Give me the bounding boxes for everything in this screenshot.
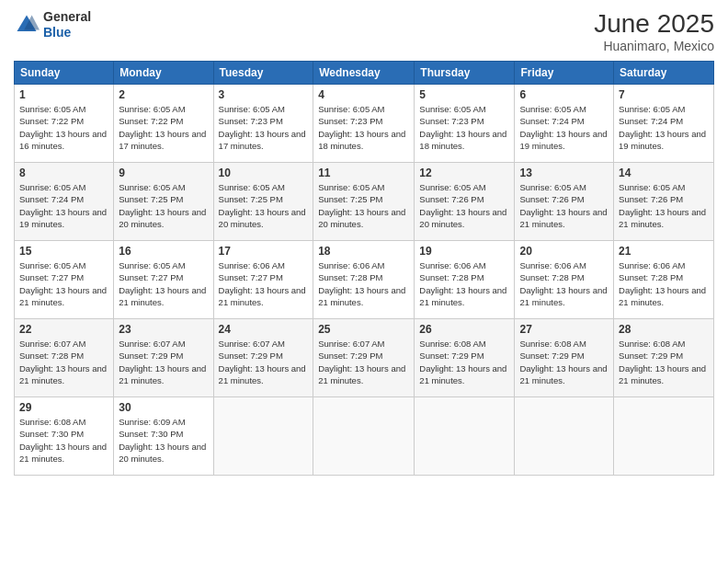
day-info: Sunrise: 6:05 AMSunset: 7:27 PMDaylight:… xyxy=(119,259,208,308)
sunrise-text: Sunrise: 6:05 AM xyxy=(419,182,485,192)
col-sunday: Sunday xyxy=(15,62,114,85)
day-info: Sunrise: 6:05 AMSunset: 7:26 PMDaylight:… xyxy=(619,181,709,230)
sunrise-text: Sunrise: 6:05 AM xyxy=(318,182,384,192)
table-row: 5Sunrise: 6:05 AMSunset: 7:23 PMDaylight… xyxy=(415,85,515,163)
sunset-text: Sunset: 7:28 PM xyxy=(318,272,382,282)
day-info: Sunrise: 6:09 AMSunset: 7:30 PMDaylight:… xyxy=(119,416,208,465)
day-number: 17 xyxy=(219,245,309,258)
day-number: 13 xyxy=(519,167,609,179)
sunrise-text: Sunrise: 6:08 AM xyxy=(19,417,85,427)
daylight-text: Daylight: 13 hours and 21 minutes. xyxy=(419,285,506,307)
table-row: 6Sunrise: 6:05 AMSunset: 7:24 PMDaylight… xyxy=(515,85,614,163)
table-row: 3Sunrise: 6:05 AMSunset: 7:23 PMDaylight… xyxy=(213,85,313,163)
day-info: Sunrise: 6:07 AMSunset: 7:28 PMDaylight:… xyxy=(19,338,108,386)
table-row: 21Sunrise: 6:06 AMSunset: 7:28 PMDayligh… xyxy=(614,241,714,319)
sunrise-text: Sunrise: 6:07 AM xyxy=(219,339,285,349)
day-number: 24 xyxy=(219,323,309,336)
day-number: 5 xyxy=(419,88,509,101)
daylight-text: Daylight: 13 hours and 21 minutes. xyxy=(519,207,607,229)
sunset-text: Sunset: 7:29 PM xyxy=(318,350,382,361)
logo-blue: Blue xyxy=(43,25,91,40)
sunset-text: Sunset: 7:22 PM xyxy=(19,116,84,126)
day-info: Sunrise: 6:06 AMSunset: 7:28 PMDaylight:… xyxy=(619,259,709,308)
sunset-text: Sunset: 7:29 PM xyxy=(619,350,683,361)
table-row: 15Sunrise: 6:05 AMSunset: 7:27 PMDayligh… xyxy=(15,241,114,319)
day-info: Sunrise: 6:07 AMSunset: 7:29 PMDaylight:… xyxy=(318,338,409,386)
day-info: Sunrise: 6:06 AMSunset: 7:28 PMDaylight:… xyxy=(519,259,609,308)
table-row: 16Sunrise: 6:05 AMSunset: 7:27 PMDayligh… xyxy=(114,241,213,319)
col-friday: Friday xyxy=(515,62,614,85)
daylight-text: Daylight: 13 hours and 21 minutes. xyxy=(119,285,206,307)
day-number: 25 xyxy=(318,323,409,336)
sunrise-text: Sunrise: 6:05 AM xyxy=(19,104,85,114)
day-number: 9 xyxy=(119,167,208,179)
day-number: 20 xyxy=(519,245,609,258)
day-info: Sunrise: 6:05 AMSunset: 7:26 PMDaylight:… xyxy=(419,181,509,230)
calendar-header-row: Sunday Monday Tuesday Wednesday Thursday… xyxy=(15,62,714,85)
day-number: 14 xyxy=(619,167,709,179)
table-row: 10Sunrise: 6:05 AMSunset: 7:25 PMDayligh… xyxy=(213,163,313,241)
day-number: 8 xyxy=(19,167,108,179)
sunset-text: Sunset: 7:30 PM xyxy=(19,429,84,439)
sunset-text: Sunset: 7:26 PM xyxy=(419,194,483,204)
day-number: 30 xyxy=(119,401,208,414)
day-info: Sunrise: 6:05 AMSunset: 7:24 PMDaylight:… xyxy=(519,103,609,152)
sunrise-text: Sunrise: 6:07 AM xyxy=(318,339,384,349)
table-row: 23Sunrise: 6:07 AMSunset: 7:29 PMDayligh… xyxy=(114,319,213,397)
day-number: 29 xyxy=(19,401,108,414)
daylight-text: Daylight: 13 hours and 17 minutes. xyxy=(119,129,206,151)
day-info: Sunrise: 6:07 AMSunset: 7:29 PMDaylight:… xyxy=(219,338,309,386)
sunset-text: Sunset: 7:25 PM xyxy=(119,194,183,204)
day-info: Sunrise: 6:05 AMSunset: 7:27 PMDaylight:… xyxy=(19,259,108,308)
table-row xyxy=(515,397,614,476)
sunrise-text: Sunrise: 6:05 AM xyxy=(519,182,586,192)
sunset-text: Sunset: 7:23 PM xyxy=(318,116,382,126)
table-row: 13Sunrise: 6:05 AMSunset: 7:26 PMDayligh… xyxy=(515,163,614,241)
table-row: 1Sunrise: 6:05 AMSunset: 7:22 PMDaylight… xyxy=(15,85,114,163)
sunset-text: Sunset: 7:23 PM xyxy=(219,116,283,126)
sunrise-text: Sunrise: 6:05 AM xyxy=(419,104,485,114)
page: General Blue June 2025 Huanimaro, Mexico… xyxy=(0,0,728,563)
sunset-text: Sunset: 7:25 PM xyxy=(219,194,283,204)
daylight-text: Daylight: 13 hours and 21 minutes. xyxy=(318,285,405,307)
day-info: Sunrise: 6:05 AMSunset: 7:23 PMDaylight:… xyxy=(219,103,309,152)
calendar-week-row: 8Sunrise: 6:05 AMSunset: 7:24 PMDaylight… xyxy=(15,163,714,241)
day-number: 28 xyxy=(619,323,709,336)
sunset-text: Sunset: 7:28 PM xyxy=(519,272,584,282)
day-info: Sunrise: 6:05 AMSunset: 7:24 PMDaylight:… xyxy=(619,103,709,152)
col-tuesday: Tuesday xyxy=(213,62,313,85)
table-row: 27Sunrise: 6:08 AMSunset: 7:29 PMDayligh… xyxy=(515,319,614,397)
month-title: June 2025 xyxy=(594,9,714,39)
logo: General Blue xyxy=(14,9,91,40)
day-info: Sunrise: 6:05 AMSunset: 7:23 PMDaylight:… xyxy=(318,103,409,152)
logo-general: General xyxy=(43,9,91,25)
day-number: 11 xyxy=(318,167,409,179)
daylight-text: Daylight: 13 hours and 21 minutes. xyxy=(318,363,405,385)
day-info: Sunrise: 6:05 AMSunset: 7:25 PMDaylight:… xyxy=(119,181,208,230)
sunset-text: Sunset: 7:28 PM xyxy=(619,272,683,282)
sunrise-text: Sunrise: 6:08 AM xyxy=(519,339,586,349)
table-row: 2Sunrise: 6:05 AMSunset: 7:22 PMDaylight… xyxy=(114,85,213,163)
sunset-text: Sunset: 7:30 PM xyxy=(119,429,183,439)
daylight-text: Daylight: 13 hours and 21 minutes. xyxy=(119,363,206,385)
daylight-text: Daylight: 13 hours and 20 minutes. xyxy=(419,207,506,229)
day-info: Sunrise: 6:08 AMSunset: 7:29 PMDaylight:… xyxy=(419,338,509,386)
day-info: Sunrise: 6:06 AMSunset: 7:28 PMDaylight:… xyxy=(318,259,409,308)
day-info: Sunrise: 6:07 AMSunset: 7:29 PMDaylight:… xyxy=(119,338,208,386)
day-info: Sunrise: 6:05 AMSunset: 7:25 PMDaylight:… xyxy=(318,181,409,230)
daylight-text: Daylight: 13 hours and 20 minutes. xyxy=(119,442,206,464)
sunset-text: Sunset: 7:27 PM xyxy=(19,272,84,282)
day-number: 26 xyxy=(419,323,509,336)
sunrise-text: Sunrise: 6:06 AM xyxy=(318,260,384,270)
table-row: 19Sunrise: 6:06 AMSunset: 7:28 PMDayligh… xyxy=(415,241,515,319)
sunrise-text: Sunrise: 6:05 AM xyxy=(519,104,586,114)
logo-icon xyxy=(14,12,40,38)
calendar-week-row: 22Sunrise: 6:07 AMSunset: 7:28 PMDayligh… xyxy=(15,319,714,397)
daylight-text: Daylight: 13 hours and 21 minutes. xyxy=(519,363,607,385)
sunset-text: Sunset: 7:29 PM xyxy=(119,350,183,361)
daylight-text: Daylight: 13 hours and 19 minutes. xyxy=(619,129,706,151)
table-row: 4Sunrise: 6:05 AMSunset: 7:23 PMDaylight… xyxy=(313,85,415,163)
sunrise-text: Sunrise: 6:05 AM xyxy=(318,104,384,114)
sunrise-text: Sunrise: 6:07 AM xyxy=(19,339,85,349)
location-title: Huanimaro, Mexico xyxy=(594,39,714,53)
